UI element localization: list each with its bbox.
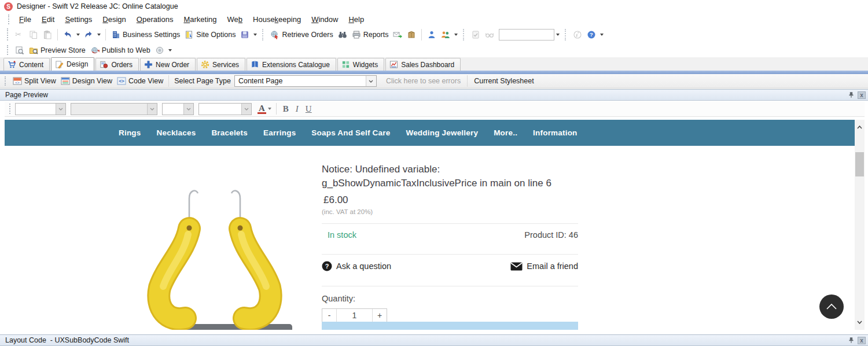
scroll-up-arrow[interactable] bbox=[855, 121, 865, 134]
tasks-button[interactable] bbox=[469, 29, 483, 41]
copy-button[interactable] bbox=[27, 29, 41, 41]
combo-chevron-button[interactable] bbox=[366, 76, 376, 86]
paste-button[interactable] bbox=[41, 29, 54, 41]
nav-link-information[interactable]: Information bbox=[533, 128, 577, 137]
menu-web[interactable]: Web bbox=[222, 14, 248, 25]
scroll-down-arrow[interactable] bbox=[855, 316, 865, 329]
nav-link-earrings[interactable]: Earrings bbox=[263, 128, 296, 137]
customer-button[interactable] bbox=[425, 29, 439, 41]
preview-store-button[interactable]: Preview Store bbox=[27, 45, 88, 56]
menu-housekeeping[interactable]: Housekeeping bbox=[248, 14, 306, 25]
combo-chevron-button[interactable] bbox=[183, 104, 193, 115]
retrieve-orders-button[interactable]: Retrieve Orders bbox=[268, 29, 335, 41]
site-options-button[interactable]: Site Options bbox=[182, 29, 238, 41]
nav-link-bracelets[interactable]: Bracelets bbox=[211, 128, 248, 137]
tab-orders[interactable]: Orders bbox=[95, 58, 139, 71]
menu-help[interactable]: Help bbox=[343, 14, 369, 25]
find-button[interactable] bbox=[336, 29, 350, 41]
record-button[interactable] bbox=[153, 45, 167, 56]
tab-services[interactable]: Services bbox=[197, 58, 245, 71]
help-button[interactable]: ? bbox=[584, 29, 598, 41]
nav-link-necklaces[interactable]: Necklaces bbox=[157, 128, 196, 137]
review-button[interactable] bbox=[483, 29, 496, 41]
customers-dropdown-arrow[interactable] bbox=[454, 34, 458, 36]
tab-widgets[interactable]: Widgets bbox=[337, 58, 384, 71]
stock-package-button[interactable] bbox=[404, 29, 418, 41]
font-color-button[interactable]: A bbox=[258, 104, 266, 114]
customers-group-button[interactable] bbox=[439, 29, 453, 41]
tab-new-order[interactable]: New Order bbox=[140, 58, 196, 71]
scroll-to-top-button[interactable] bbox=[819, 295, 844, 319]
menu-marketing[interactable]: Marketing bbox=[178, 14, 222, 25]
product-image-banana-earrings[interactable] bbox=[133, 171, 307, 330]
email-friend-link[interactable]: Email a friend bbox=[510, 262, 578, 271]
ask-question-link[interactable]: ? Ask a question bbox=[322, 261, 391, 271]
menu-operations[interactable]: Operations bbox=[131, 14, 179, 25]
business-settings-button[interactable]: Business Settings bbox=[109, 29, 182, 41]
info-button[interactable] bbox=[571, 29, 584, 41]
toolbar-grip[interactable] bbox=[9, 104, 12, 114]
menu-edit[interactable]: Edit bbox=[36, 14, 60, 25]
toolbar-grip[interactable] bbox=[7, 28, 9, 40]
menu-settings[interactable]: Settings bbox=[60, 14, 97, 25]
undo-button[interactable] bbox=[61, 29, 75, 41]
quantity-increase-button[interactable]: + bbox=[372, 309, 387, 322]
redo-dropdown-arrow[interactable] bbox=[97, 34, 101, 36]
nav-link-more[interactable]: More.. bbox=[494, 128, 517, 137]
style-combo[interactable] bbox=[15, 103, 66, 115]
quick-search-dropdown-arrow[interactable] bbox=[556, 34, 560, 36]
publish-dropdown-arrow[interactable] bbox=[168, 49, 172, 51]
design-view-button[interactable]: Design View bbox=[58, 75, 115, 87]
quantity-decrease-button[interactable]: - bbox=[322, 309, 337, 322]
code-view-button[interactable]: <> Code View bbox=[115, 75, 165, 87]
menu-design[interactable]: Design bbox=[97, 14, 131, 25]
layout-dropdown-arrow[interactable] bbox=[253, 34, 257, 36]
quantity-value[interactable]: 1 bbox=[337, 309, 372, 322]
cut-button[interactable]: ✂ bbox=[13, 29, 27, 41]
pushpin-icon[interactable] bbox=[847, 91, 855, 99]
code-view-label: Code View bbox=[128, 77, 163, 85]
tab-design[interactable]: Design bbox=[51, 57, 94, 71]
tab-sales-dashboard[interactable]: Sales Dashboard bbox=[385, 58, 461, 71]
font-family-combo[interactable] bbox=[71, 103, 157, 115]
menu-file[interactable]: File bbox=[14, 14, 36, 25]
page-type-combo[interactable]: Content Page bbox=[234, 75, 377, 87]
layout-tool-button[interactable] bbox=[238, 29, 252, 41]
vat-note: (inc. VAT at 20%) bbox=[322, 208, 578, 215]
close-panel-button[interactable]: x bbox=[858, 91, 866, 99]
preview-scrollbar[interactable] bbox=[855, 120, 865, 330]
undo-dropdown-arrow[interactable] bbox=[76, 34, 80, 36]
nav-link-rings[interactable]: Rings bbox=[119, 128, 141, 137]
current-stylesheet-button[interactable]: Current Stylesheet bbox=[470, 76, 538, 86]
add-to-basket-button[interactable] bbox=[322, 322, 578, 330]
font-size-combo[interactable] bbox=[162, 103, 194, 115]
send-mail-button[interactable] bbox=[391, 29, 404, 41]
format-combo[interactable] bbox=[198, 103, 252, 115]
toolbar-grip[interactable] bbox=[5, 76, 7, 86]
bold-button[interactable]: B bbox=[279, 104, 292, 115]
preview-page-button[interactable] bbox=[13, 45, 27, 56]
nav-link-soaps[interactable]: Soaps And Self Care bbox=[311, 128, 390, 137]
tab-extensions-catalogue[interactable]: Extensions Catalogue bbox=[247, 58, 336, 71]
menu-window[interactable]: Window bbox=[306, 14, 343, 25]
scrollbar-thumb[interactable] bbox=[855, 152, 864, 176]
redo-button[interactable] bbox=[82, 29, 95, 41]
combo-chevron-button[interactable] bbox=[147, 104, 157, 115]
toolbar-grip[interactable] bbox=[7, 45, 9, 56]
font-color-dropdown-arrow[interactable] bbox=[268, 108, 271, 110]
combo-chevron-button[interactable] bbox=[56, 104, 65, 115]
italic-button[interactable]: I bbox=[292, 104, 302, 115]
tab-content[interactable]: Content bbox=[3, 58, 50, 71]
errors-link[interactable]: Click here to see errors bbox=[382, 76, 464, 86]
pushpin-icon[interactable] bbox=[847, 336, 855, 344]
close-panel-button[interactable]: x bbox=[858, 337, 866, 344]
quick-search-combo[interactable] bbox=[499, 29, 554, 41]
nav-link-wedding[interactable]: Wedding Jewellery bbox=[406, 128, 478, 137]
toolbar-grip[interactable] bbox=[8, 14, 10, 24]
publish-to-web-button[interactable]: Publish to Web bbox=[88, 45, 153, 56]
reports-button[interactable]: Reports bbox=[350, 29, 391, 41]
split-view-button[interactable]: <> Split View bbox=[10, 75, 58, 87]
underline-button[interactable]: U bbox=[302, 104, 315, 115]
combo-chevron-button[interactable] bbox=[241, 104, 251, 115]
help-dropdown-arrow[interactable] bbox=[600, 34, 604, 36]
